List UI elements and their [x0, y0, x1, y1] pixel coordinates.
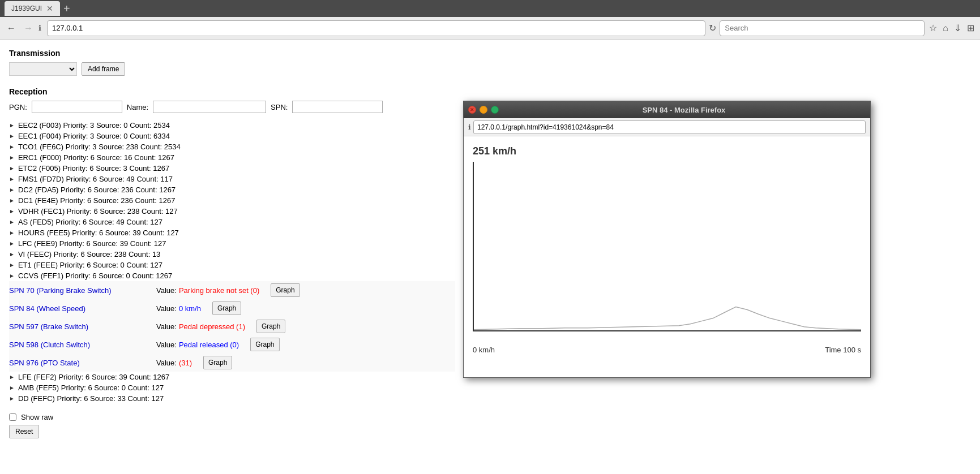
pgn-text: ET1 (FEEE) Priority: 6 Source: 0 Count: … — [18, 261, 162, 269]
pgn-arrow-icon: ► — [9, 262, 15, 268]
pgn-list-item[interactable]: ►DC2 (FDA5) Priority: 6 Source: 236 Coun… — [9, 184, 455, 195]
pgn-text: DC2 (FDA5) Priority: 6 Source: 236 Count… — [18, 186, 176, 194]
pgn-list-item[interactable]: ►EEC2 (F003) Priority: 3 Source: 0 Count… — [9, 120, 455, 131]
popup-titlebar: ✕ SPN 84 - Mozilla Firefox — [464, 101, 870, 118]
pgn-text: VDHR (FEC1) Priority: 6 Source: 238 Coun… — [18, 207, 178, 216]
pgn-arrow-icon: ► — [9, 133, 15, 139]
popup-url-bar[interactable] — [473, 120, 866, 134]
forward-button[interactable]: → — [22, 21, 35, 36]
name-label: Name: — [127, 103, 148, 111]
graph-button-0[interactable]: Graph — [271, 283, 299, 297]
graph-area: 0 km/h Time 100 s — [473, 162, 861, 354]
popup-info-icon: ℹ — [468, 123, 471, 131]
pgn-text: ERC1 (F000) Priority: 6 Source: 16 Count… — [18, 153, 174, 162]
pgn-list-after: ►LFE (FEF2) Priority: 6 Source: 39 Count… — [9, 372, 455, 404]
transmission-title: Transmission — [9, 49, 455, 58]
pgn-text: CCVS (FEF1) Priority: 6 Source: 0 Count:… — [18, 272, 172, 280]
pgn-list-item[interactable]: ►CCVS (FEF1) Priority: 6 Source: 0 Count… — [9, 270, 455, 281]
spn-item: SPN 976 (PTO State) Value: (31) Graph — [9, 354, 455, 372]
pgn-list-item[interactable]: ►DD (FEFC) Priority: 6 Source: 33 Count:… — [9, 393, 455, 404]
graph-button-1[interactable]: Graph — [212, 301, 241, 315]
spn-label: SPN: — [271, 103, 288, 111]
info-icon: ℹ — [38, 24, 41, 32]
popup-minimize-button[interactable] — [480, 106, 487, 114]
pgn-text: VI (FEEC) Priority: 6 Source: 238 Count:… — [18, 250, 160, 258]
pgn-filter-input[interactable] — [32, 101, 122, 113]
graph-button-3[interactable]: Graph — [250, 338, 279, 351]
spn-value: (31) — [179, 359, 192, 367]
spn-label[interactable]: SPN 70 (Parking Brake Switch) — [9, 286, 156, 295]
pgn-text: TCO1 (FE6C) Priority: 3 Source: 238 Coun… — [18, 143, 181, 151]
spn-label[interactable]: SPN 598 (Clutch Switch) — [9, 341, 156, 349]
spn-value: Parking brake not set (0) — [179, 286, 259, 295]
browser-tab[interactable]: J1939GUI ✕ — [5, 1, 60, 16]
pgn-arrow-icon: ► — [9, 230, 15, 236]
spn-item: SPN 598 (Clutch Switch) Value: Pedal rel… — [9, 335, 455, 354]
pgn-arrow-icon: ► — [9, 154, 15, 161]
reload-button[interactable]: ↻ — [709, 23, 716, 33]
pgn-text: EEC2 (F003) Priority: 3 Source: 0 Count:… — [18, 121, 170, 130]
graph-min-label: 0 km/h — [473, 346, 495, 354]
pgn-list-item[interactable]: ►VDHR (FEC1) Priority: 6 Source: 238 Cou… — [9, 206, 455, 217]
pgn-text: EEC1 (F004) Priority: 3 Source: 0 Count:… — [18, 132, 170, 140]
pgn-arrow-icon: ► — [9, 240, 15, 247]
show-raw-checkbox[interactable] — [9, 413, 16, 421]
pgn-text: DC1 (FE4E) Priority: 6 Source: 236 Count… — [18, 196, 175, 205]
pgn-list-item[interactable]: ►EEC1 (F004) Priority: 3 Source: 0 Count… — [9, 131, 455, 141]
pgn-text: LFC (FEE9) Priority: 6 Source: 39 Count:… — [18, 239, 166, 248]
pgn-list-item[interactable]: ►DC1 (FE4E) Priority: 6 Source: 236 Coun… — [9, 195, 455, 206]
popup-close-button[interactable]: ✕ — [468, 106, 476, 114]
spn-filter-input[interactable] — [292, 101, 383, 113]
show-raw-label: Show raw — [21, 413, 53, 421]
spn-value: Pedal depressed (1) — [179, 322, 245, 331]
home-icon[interactable]: ⌂ — [943, 23, 948, 33]
pgn-list-item[interactable]: ►ET1 (FEEE) Priority: 6 Source: 0 Count:… — [9, 260, 455, 270]
new-tab-button[interactable]: + — [63, 2, 70, 15]
back-button[interactable]: ← — [5, 21, 18, 36]
pgn-arrow-icon: ► — [9, 187, 15, 193]
pgn-text: DD (FEFC) Priority: 6 Source: 33 Count: … — [18, 394, 164, 403]
pgn-list-item[interactable]: ►ERC1 (F000) Priority: 6 Source: 16 Coun… — [9, 152, 455, 163]
graph-button-4[interactable]: Graph — [203, 356, 232, 369]
pgn-text: AMB (FEF5) Priority: 6 Source: 0 Count: … — [18, 383, 164, 392]
pgn-list-item[interactable]: ►LFC (FEE9) Priority: 6 Source: 39 Count… — [9, 238, 455, 249]
name-filter-input[interactable] — [153, 101, 266, 113]
pgn-list-item[interactable]: ►LFE (FEF2) Priority: 6 Source: 39 Count… — [9, 372, 455, 382]
spn-label[interactable]: SPN 597 (Brake Switch) — [9, 322, 156, 331]
spn-label[interactable]: SPN 84 (Wheel Speed) — [9, 304, 156, 313]
apps-icon[interactable]: ⊞ — [967, 23, 974, 33]
pgn-list: ►EEC2 (F003) Priority: 3 Source: 0 Count… — [9, 120, 455, 281]
graph-button-2[interactable]: Graph — [256, 320, 285, 333]
reception-section: Reception PGN: Name: SPN: ►EEC2 (F003) P… — [9, 87, 455, 404]
pgn-list-item[interactable]: ►FMS1 (FD7D) Priority: 6 Source: 49 Coun… — [9, 174, 455, 184]
pgn-arrow-icon: ► — [9, 273, 15, 279]
pgn-list-item[interactable]: ►HOURS (FEE5) Priority: 6 Source: 39 Cou… — [9, 227, 455, 238]
pgn-arrow-icon: ► — [9, 395, 15, 402]
pgn-list-item[interactable]: ►ETC2 (F005) Priority: 6 Source: 3 Count… — [9, 163, 455, 174]
pgn-arrow-icon: ► — [9, 122, 15, 128]
address-bar[interactable] — [47, 20, 705, 36]
spn-value: Pedal released (0) — [179, 341, 239, 349]
spn-value-prefix: Value: — [156, 359, 177, 367]
frame-select[interactable] — [9, 62, 77, 76]
pgn-list-item[interactable]: ►VI (FEEC) Priority: 6 Source: 238 Count… — [9, 249, 455, 260]
popup-title: SPN 84 - Mozilla Firefox — [502, 106, 866, 114]
pgn-text: ETC2 (F005) Priority: 6 Source: 3 Count:… — [18, 164, 169, 173]
pgn-list-item[interactable]: ►AS (FED5) Priority: 6 Source: 49 Count:… — [9, 217, 455, 227]
add-frame-button[interactable]: Add frame — [82, 62, 125, 76]
reset-button[interactable]: Reset — [9, 425, 39, 438]
graph-time-label: Time 100 s — [825, 346, 861, 354]
tab-close-icon[interactable]: ✕ — [46, 4, 53, 13]
spn-value-prefix: Value: — [156, 341, 177, 349]
pgn-arrow-icon: ► — [9, 176, 15, 182]
pgn-list-item[interactable]: ►AMB (FEF5) Priority: 6 Source: 0 Count:… — [9, 382, 455, 393]
pgn-arrow-icon: ► — [9, 208, 15, 214]
download-icon[interactable]: ⇓ — [954, 23, 961, 33]
pgn-text: FMS1 (FD7D) Priority: 6 Source: 49 Count… — [18, 175, 173, 183]
pgn-text: AS (FED5) Priority: 6 Source: 49 Count: … — [18, 218, 162, 226]
bookmark-icon[interactable]: ☆ — [929, 23, 937, 33]
pgn-list-item[interactable]: ►TCO1 (FE6C) Priority: 3 Source: 238 Cou… — [9, 141, 455, 152]
popup-maximize-button[interactable] — [491, 106, 499, 114]
search-input[interactable] — [720, 20, 925, 36]
spn-label[interactable]: SPN 976 (PTO State) — [9, 359, 156, 367]
